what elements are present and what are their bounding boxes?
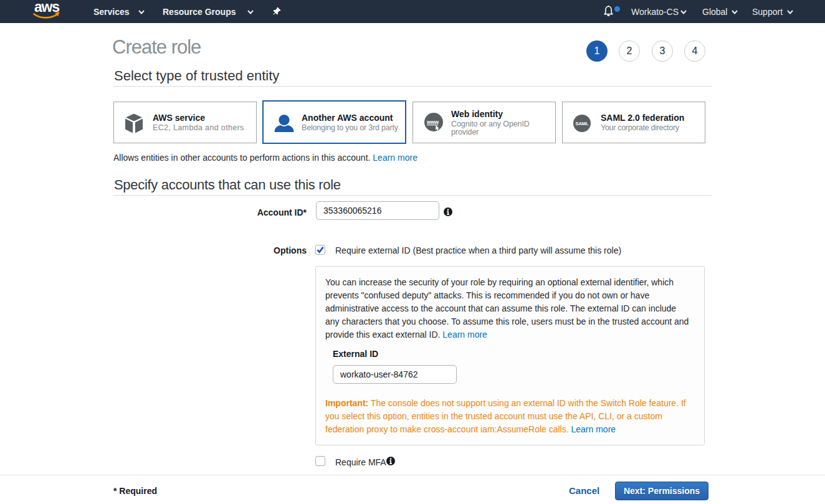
svg-text:www: www: [426, 119, 439, 125]
svg-text:SAML: SAML: [575, 121, 589, 126]
